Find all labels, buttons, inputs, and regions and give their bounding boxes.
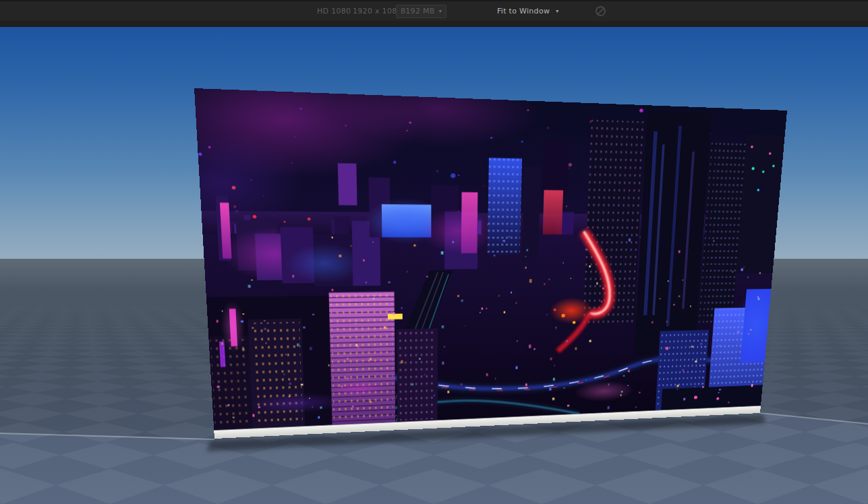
toolbar: HD 1080 1920 x 1080 8192 MB ▾ Fit to Win… bbox=[0, 0, 868, 27]
resolution-value-label: 1920 x 1080 bbox=[353, 1, 402, 22]
toolbar-shade bbox=[0, 21, 868, 27]
fit-to-window-dropdown[interactable]: Fit to Window ▾ bbox=[497, 1, 559, 22]
memory-label: 8192 MB bbox=[401, 5, 435, 18]
application-window: HD 1080 1920 x 1080 8192 MB ▾ Fit to Win… bbox=[0, 0, 868, 504]
stage-viewport-3d[interactable] bbox=[0, 27, 868, 504]
disabled-status-icon[interactable] bbox=[596, 6, 606, 16]
fit-to-window-label: Fit to Window bbox=[497, 1, 550, 22]
resolution-preset-label: HD 1080 bbox=[317, 1, 351, 22]
led-screen[interactable] bbox=[194, 88, 787, 439]
screen-content-city-image bbox=[194, 88, 787, 430]
caret-down-icon: ▾ bbox=[439, 5, 442, 18]
caret-down-icon: ▾ bbox=[556, 1, 558, 22]
memory-dropdown[interactable]: 8192 MB ▾ bbox=[396, 5, 446, 18]
